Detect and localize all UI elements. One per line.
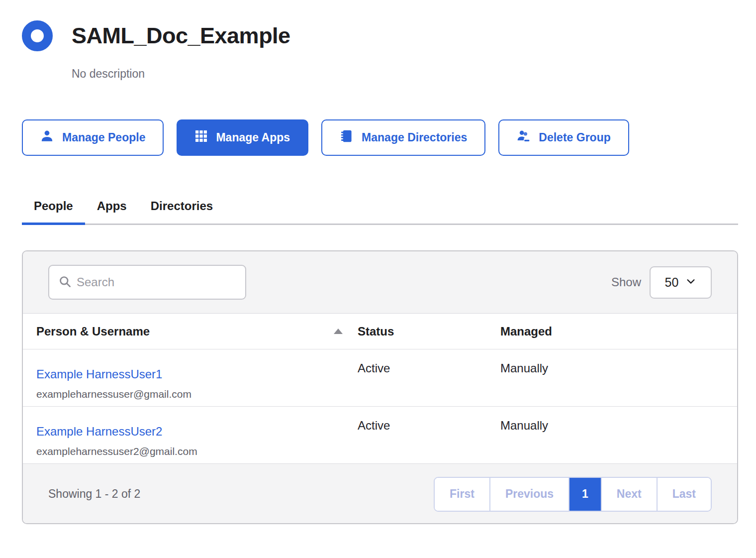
table-footer: Showing 1 - 2 of 2 First Previous 1 Next… (23, 464, 737, 524)
column-header-person-label: Person & Username (36, 325, 150, 338)
delete-group-button[interactable]: Delete Group (498, 119, 629, 156)
manage-directories-button[interactable]: Manage Directories (321, 119, 485, 156)
showing-count-text: Showing 1 - 2 of 2 (48, 487, 140, 501)
pagination: First Previous 1 Next Last (434, 477, 712, 512)
group-header: SAML_Doc_Example No description (22, 20, 756, 80)
directory-book-icon (340, 129, 353, 146)
table-toolbar: Show 50 (23, 251, 737, 314)
managed-value: Manually (500, 349, 737, 406)
search-input[interactable] (77, 275, 236, 289)
status-value: Active (358, 407, 500, 463)
tab-people[interactable]: People (22, 189, 85, 223)
remove-person-icon (517, 129, 530, 146)
table-header-row: Person & Username Status Managed (23, 314, 737, 349)
pagination-first-button[interactable]: First (435, 478, 489, 511)
person-cell: Example HarnessUser2 exampleharnessuser2… (36, 407, 358, 463)
page-size-value: 50 (665, 275, 679, 290)
tab-apps[interactable]: Apps (85, 189, 139, 223)
page-size-select[interactable]: 50 (650, 266, 712, 299)
pagination-previous-button[interactable]: Previous (489, 478, 568, 511)
table-row: Example HarnessUser1 exampleharnessuser@… (23, 349, 737, 407)
person-icon (40, 129, 54, 146)
column-header-managed[interactable]: Managed (500, 325, 737, 338)
manage-apps-label: Manage Apps (216, 131, 290, 144)
manage-people-button[interactable]: Manage People (22, 119, 164, 156)
person-name-link[interactable]: Example HarnessUser1 (36, 367, 191, 381)
pagination-page-1-button[interactable]: 1 (568, 478, 601, 511)
person-name-link[interactable]: Example HarnessUser2 (36, 425, 197, 439)
manage-apps-button[interactable]: Manage Apps (177, 119, 308, 156)
tab-directories[interactable]: Directories (139, 189, 225, 223)
search-box[interactable] (48, 265, 246, 300)
pagination-last-button[interactable]: Last (657, 478, 711, 511)
column-header-status[interactable]: Status (358, 325, 500, 338)
search-icon (58, 275, 72, 290)
tab-bar: People Apps Directories (22, 189, 738, 225)
chevron-down-icon (685, 275, 696, 290)
group-ring-icon (22, 20, 53, 51)
group-description: No description (72, 67, 290, 80)
manage-directories-label: Manage Directories (362, 131, 467, 144)
person-cell: Example HarnessUser1 exampleharnessuser@… (36, 349, 358, 406)
column-header-person[interactable]: Person & Username (36, 325, 358, 338)
person-username: exampleharnessuser@gmail.com (36, 388, 191, 400)
status-value: Active (358, 349, 500, 406)
action-button-row: Manage People Manage Apps Manage Directo… (22, 119, 756, 156)
show-label: Show (611, 275, 641, 289)
delete-group-label: Delete Group (539, 131, 610, 144)
title-block: SAML_Doc_Example No description (72, 20, 290, 80)
person-username: exampleharnessuser2@gmail.com (36, 446, 197, 457)
group-detail-page: SAML_Doc_Example No description Manage P… (0, 0, 756, 558)
manage-people-label: Manage People (62, 131, 145, 144)
sort-ascending-icon (334, 329, 343, 334)
page-title: SAML_Doc_Example (72, 20, 290, 51)
people-table-panel: Show 50 Person & Username Status Managed… (22, 250, 738, 524)
managed-value: Manually (500, 407, 737, 463)
table-row: Example HarnessUser2 exampleharnessuser2… (23, 407, 737, 464)
pagination-next-button[interactable]: Next (601, 478, 657, 511)
grid-icon (195, 130, 207, 145)
